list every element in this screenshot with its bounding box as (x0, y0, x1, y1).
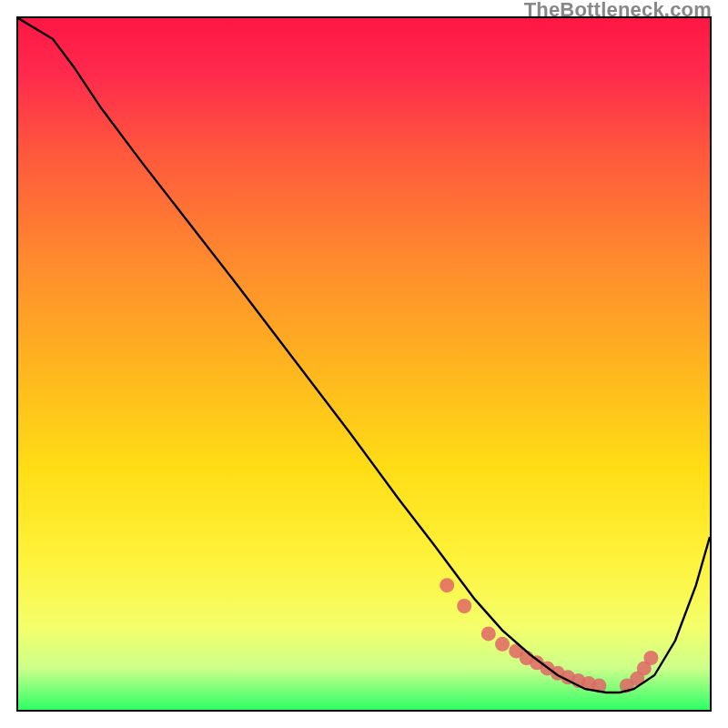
marker-dot (440, 578, 454, 592)
plot-svg (18, 18, 710, 710)
plot-area (16, 16, 712, 712)
gradient-background (18, 18, 710, 710)
marker-dot (643, 651, 658, 665)
chart-frame: TheBottleneck.com (0, 0, 728, 728)
marker-dot (457, 599, 471, 613)
marker-dot (495, 637, 510, 652)
marker-dot (481, 626, 496, 641)
